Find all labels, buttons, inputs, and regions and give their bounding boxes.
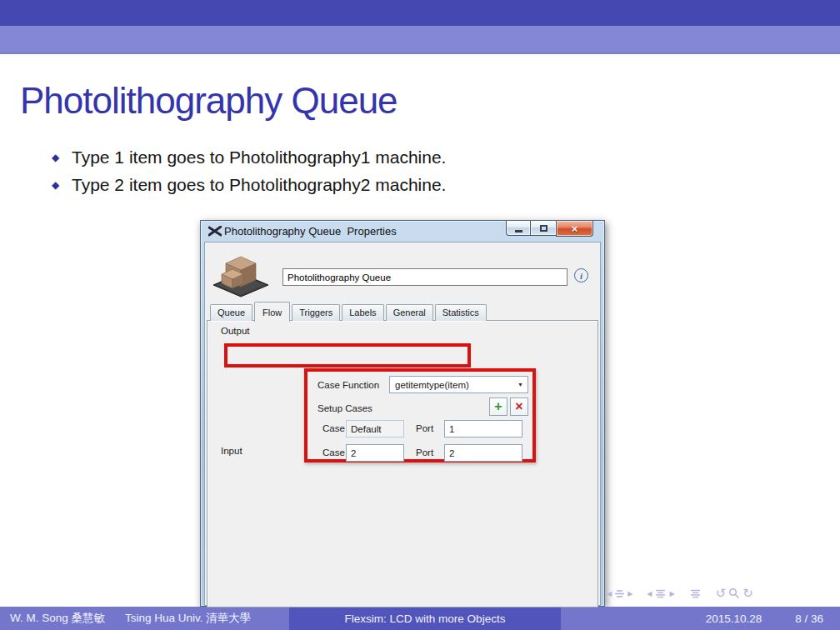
- header-bar-light: [0, 26, 840, 52]
- diamond-bullet-icon: ◆: [52, 179, 72, 191]
- port-value-field[interactable]: 1: [444, 420, 522, 438]
- institute-name: Tsing Hua Univ. 清華大學: [125, 611, 251, 626]
- case-label: Case: [322, 423, 345, 433]
- window-controls: ×: [506, 221, 593, 237]
- properties-dialog: Photolithography Queue Properties × i Qu…: [200, 220, 605, 607]
- dialog-title: Photolithography Queue Properties: [224, 225, 397, 238]
- maximize-icon: [540, 225, 548, 232]
- tab-flow[interactable]: Flow: [254, 302, 290, 322]
- footer-date-box: 2015.10.28 8 / 36: [561, 607, 840, 630]
- case-value: 2: [351, 448, 356, 458]
- frame-icon[interactable]: [614, 589, 625, 598]
- list-item: ◆ Type 2 item goes to Photolithography2 …: [52, 171, 446, 198]
- close-button[interactable]: ×: [556, 221, 593, 237]
- setup-cases-label: Setup Cases: [318, 403, 372, 413]
- object-name-field[interactable]: [282, 268, 568, 286]
- footer-title-box: Flexsim: LCD with more Objects: [289, 607, 561, 630]
- list-item: ◆ Type 1 item goes to Photolithography1 …: [52, 143, 446, 171]
- page-title: Photolithography Queue: [20, 80, 398, 122]
- port-label: Port: [416, 448, 433, 458]
- bullet-text: Type 2 item goes to Photolithography2 ma…: [72, 175, 446, 195]
- input-group-label: Input: [218, 446, 246, 456]
- case-value-field[interactable]: Default: [346, 420, 404, 438]
- next-frame-icon[interactable]: ▶: [628, 590, 632, 598]
- output-group-label: Output: [218, 326, 253, 336]
- header-bar-edge: [0, 52, 840, 54]
- presentation-slide: Photolithography Queue ◆ Type 1 item goe…: [0, 0, 840, 630]
- flexsim-app-icon: [208, 226, 222, 237]
- prev-section-icon[interactable]: ◀: [647, 590, 652, 598]
- queue-object-thumbnail: [211, 247, 271, 299]
- flow-tab-panel: [207, 320, 598, 608]
- minimize-icon: [515, 230, 522, 232]
- diamond-bullet-icon: ◆: [52, 152, 72, 163]
- case-function-label: Case Function: [318, 380, 379, 390]
- author-name: W. M. Song 桑慧敏: [10, 611, 105, 626]
- port-value: 2: [449, 448, 454, 458]
- prev-frame-icon[interactable]: ◀: [607, 590, 612, 598]
- date: 2015.10.28: [706, 612, 762, 625]
- tab-queue[interactable]: Queue: [210, 304, 252, 321]
- minimize-button[interactable]: [506, 221, 531, 236]
- go-forward-icon[interactable]: ↻: [742, 586, 753, 601]
- bullet-list: ◆ Type 1 item goes to Photolithography1 …: [52, 143, 446, 198]
- info-glyph: i: [580, 271, 582, 281]
- header-bar-dark: [0, 0, 840, 26]
- case-popup: Case Function getitemtype(item) ▼ Setup …: [304, 368, 536, 462]
- next-section-icon[interactable]: ▶: [669, 590, 674, 598]
- tab-statistics[interactable]: Statistics: [435, 304, 487, 321]
- info-icon[interactable]: i: [574, 268, 588, 282]
- talk-title: Flexsim: LCD with more Objects: [345, 612, 506, 625]
- page-number: 8 / 36: [795, 612, 823, 625]
- chevron-down-icon: ▼: [518, 382, 523, 388]
- tab-general[interactable]: General: [386, 304, 433, 321]
- case-label: Case: [322, 448, 345, 458]
- case-value-field[interactable]: 2: [346, 444, 404, 462]
- tab-strip: Queue Flow Triggers Labels General Stati…: [210, 302, 488, 321]
- port-label: Port: [416, 423, 433, 433]
- search-icon[interactable]: [728, 588, 740, 599]
- port-value: 1: [449, 424, 454, 434]
- appendix-icon[interactable]: [689, 589, 702, 598]
- port-value-field[interactable]: 2: [444, 444, 522, 462]
- plus-icon: +: [494, 399, 502, 414]
- tab-triggers[interactable]: Triggers: [292, 304, 340, 321]
- dialog-titlebar[interactable]: Photolithography Queue Properties ×: [201, 221, 604, 242]
- close-icon: ×: [572, 222, 578, 235]
- add-case-button[interactable]: +: [489, 398, 508, 416]
- footer-author-box: W. M. Song 桑慧敏 Tsing Hua Univ. 清華大學: [0, 607, 289, 630]
- case-value: Default: [351, 424, 381, 434]
- beamer-navigation: ◀ ▶ ◀ ▶ ↺ ↻: [607, 586, 756, 601]
- case-function-combo[interactable]: getitemtype(item) ▼: [389, 376, 528, 393]
- bullet-text: Type 1 item goes to Photolithography1 ma…: [72, 148, 446, 168]
- maximize-button[interactable]: [531, 221, 556, 236]
- go-back-icon[interactable]: ↺: [716, 586, 727, 601]
- delete-case-button[interactable]: ×: [510, 398, 528, 416]
- case-function-value: getitemtype(item): [395, 380, 469, 390]
- x-icon: ×: [515, 399, 522, 414]
- slide-footer: W. M. Song 桑慧敏 Tsing Hua Univ. 清華大學 Flex…: [0, 607, 840, 630]
- tab-labels[interactable]: Labels: [342, 304, 383, 321]
- section-icon[interactable]: [654, 589, 667, 598]
